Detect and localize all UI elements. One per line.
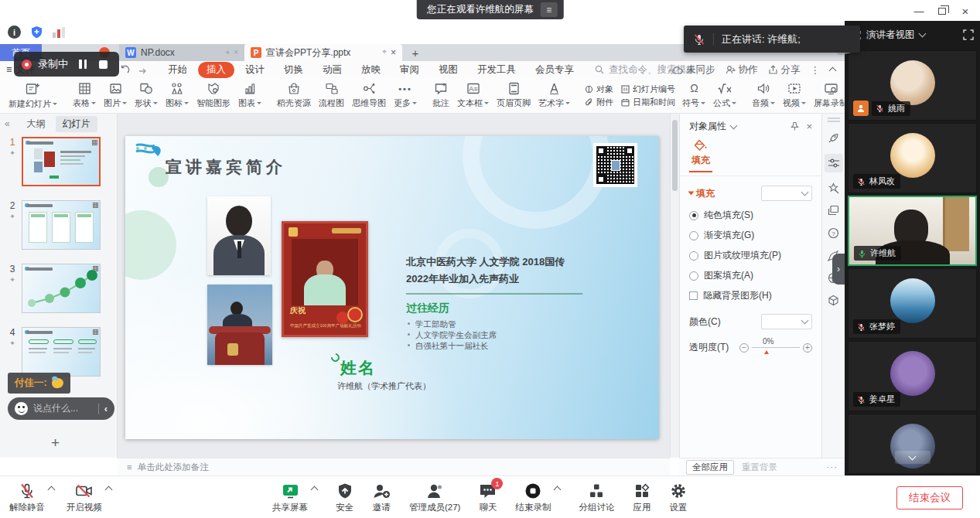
strip-drag-handle[interactable] [828, 118, 840, 122]
audio-options-chevron[interactable] [48, 486, 56, 494]
mindmap-button[interactable]: 思维导图 [348, 80, 390, 111]
security-button[interactable]: 安全 [336, 476, 353, 513]
experience-list[interactable]: 学工部助管 人文学院学生会副主席 自强社第十一届社长 [408, 319, 497, 351]
effects-wand-icon[interactable] [827, 182, 840, 195]
hide-background-checkbox[interactable]: 隐藏背景图形(H) [689, 289, 812, 302]
tab-outline[interactable]: 大纲 [20, 116, 53, 132]
slide-thumbnail-1[interactable] [22, 137, 101, 186]
color-dropdown[interactable] [761, 314, 812, 329]
tab-pin-icon[interactable]: ⌖ [382, 47, 387, 58]
insert-chart-button[interactable]: 图表 [234, 80, 265, 111]
speaker-name-role[interactable]: 许维航（学术推广代表） [337, 380, 431, 392]
close-button[interactable]: × [954, 2, 977, 20]
minimize-button[interactable]: — [907, 2, 930, 20]
ribbon-tab-devtools[interactable]: 开发工具 [469, 62, 524, 78]
cloud-sync-status[interactable]: 未同步 [671, 63, 715, 77]
breakout-rooms-button[interactable]: 分组讨论 [579, 476, 614, 513]
insert-icons-button[interactable]: 图标 [162, 80, 193, 111]
signal-bars-icon[interactable] [53, 27, 65, 38]
slide-title[interactable]: 宣讲嘉宾简介 [166, 156, 286, 178]
id-photo[interactable] [207, 196, 271, 275]
ribbon-tab-review[interactable]: 审阅 [391, 62, 428, 78]
recording-options-chevron[interactable] [554, 486, 562, 494]
wordart-button[interactable]: 艺术字 [534, 80, 574, 111]
share-button[interactable]: 分享 [768, 63, 801, 77]
slider-thumb[interactable] [764, 350, 769, 354]
chat-button[interactable]: 1 聊天 [479, 476, 497, 513]
collaborate-button[interactable]: 协作 [726, 63, 758, 77]
panel-title-chevron[interactable] [730, 121, 738, 129]
name-label[interactable]: 姓名 [340, 357, 376, 379]
restore-button[interactable] [930, 2, 954, 20]
ribbon-tab-design[interactable]: 设计 [237, 62, 273, 78]
view-mode-chevron[interactable] [918, 30, 926, 38]
slide-number-button[interactable]: 幻灯片编号 [621, 83, 675, 95]
participant-tile[interactable]: 张梦婷 [848, 268, 977, 339]
participant-tile[interactable]: 姜卓星 [848, 341, 977, 411]
ribbon-tab-transition[interactable]: 切换 [275, 62, 312, 78]
start-video-button[interactable]: 开启视频 [67, 476, 102, 513]
ribbon-tab-animation[interactable]: 动画 [314, 62, 350, 78]
participant-tile[interactable]: 林凤改 [848, 123, 977, 193]
pin-panel-icon[interactable] [790, 121, 800, 131]
emoji-smiley-icon[interactable] [15, 402, 28, 415]
slide-thumbnail-4[interactable] [22, 327, 101, 377]
tab-slides[interactable]: 幻灯片 [56, 116, 97, 132]
invite-button[interactable]: 邀请 [372, 476, 391, 513]
unmute-button[interactable]: 解除静音 [9, 476, 45, 513]
collapse-chat-chevron[interactable]: ‹ [104, 403, 108, 414]
info-icon[interactable]: i [8, 26, 21, 39]
tab-close-icon[interactable]: × [391, 47, 396, 58]
ribbon-tab-insert[interactable]: 插入 [198, 62, 234, 78]
quick-tools-rocket-icon[interactable] [827, 131, 840, 145]
share-options-chevron[interactable] [311, 486, 319, 494]
tab-close-icon[interactable]: × [234, 48, 238, 57]
redo-dropdown-icon[interactable] [138, 64, 149, 75]
formula-button[interactable]: 公式 [709, 80, 740, 111]
participant-tile-speaking[interactable]: 许维航 [848, 196, 977, 266]
end-meeting-button[interactable]: 结束会议 [896, 486, 963, 509]
ribbon-tab-slideshow[interactable]: 放映 [353, 62, 389, 78]
new-tab-button[interactable]: + [408, 46, 422, 60]
slide-canvas[interactable]: 宣讲嘉宾简介 ⤧ 庆祝 中国共产党成立100周年广场献礼活动 [118, 114, 670, 458]
canvas-scrollbar[interactable] [670, 114, 679, 458]
apps-button[interactable]: 应用 [633, 476, 650, 513]
experience-title[interactable]: 过往经历 [406, 302, 449, 315]
fill-option-pattern[interactable]: 图案填充(A) [689, 269, 812, 282]
object-properties-icon[interactable] [825, 154, 843, 172]
slide-thumbnail-2[interactable] [22, 200, 101, 250]
close-panel-icon[interactable]: × [806, 121, 812, 132]
decrease-transparency-button[interactable]: − [739, 343, 749, 353]
attachment-button[interactable]: 附件 [585, 97, 613, 108]
docer-resources-button[interactable]: 稻壳资源 [273, 80, 315, 111]
undo-icon[interactable] [119, 64, 130, 75]
more-menu-icon[interactable]: ⋮ [811, 64, 821, 76]
fill-option-picture[interactable]: 图片或纹理填充(P) [689, 249, 812, 262]
symbol-button[interactable]: Ω 符号 [678, 80, 709, 111]
participant-tile[interactable]: 姚雨 [848, 50, 977, 121]
ribbon-tab-home[interactable]: 开始 [159, 62, 196, 78]
section-expand-icon[interactable] [688, 192, 695, 196]
fill-style-dropdown[interactable] [761, 186, 812, 201]
header-footer-button[interactable]: 页眉页脚 [493, 80, 534, 111]
notes-bar[interactable]: ≡ 单击此处添加备注 [118, 458, 670, 475]
collapse-panel-button[interactable]: « [5, 118, 10, 129]
three-d-cube-icon[interactable] [827, 294, 840, 307]
stop-recording-button[interactable]: 结束录制 [515, 476, 551, 513]
fullscreen-icon[interactable] [963, 29, 974, 40]
fill-option-gradient[interactable]: 渐变填充(G) [689, 229, 812, 242]
scrollbar-thumb[interactable] [672, 120, 678, 191]
meeting-chat-input[interactable]: 说点什么... ‹ [8, 397, 114, 420]
fill-option-solid[interactable]: 纯色填充(S) [689, 209, 812, 222]
pause-recording-button[interactable] [79, 60, 87, 69]
insert-shape-button[interactable]: 形状 [131, 80, 162, 111]
tab-pin-icon[interactable]: ⌖ [226, 48, 230, 57]
insert-picture-button[interactable]: 图片 [100, 80, 131, 111]
increase-transparency-button[interactable]: + [803, 343, 812, 353]
layout-copy-icon[interactable] [827, 204, 840, 217]
award-photo-card[interactable]: 庆祝 中国共产党成立100周年广场献礼活动 [282, 221, 368, 337]
shield-protect-icon[interactable] [30, 26, 43, 39]
qr-code[interactable] [593, 143, 637, 187]
collapse-sidebar-tab[interactable]: › [832, 254, 845, 285]
settings-button[interactable]: 设置 [669, 476, 687, 513]
